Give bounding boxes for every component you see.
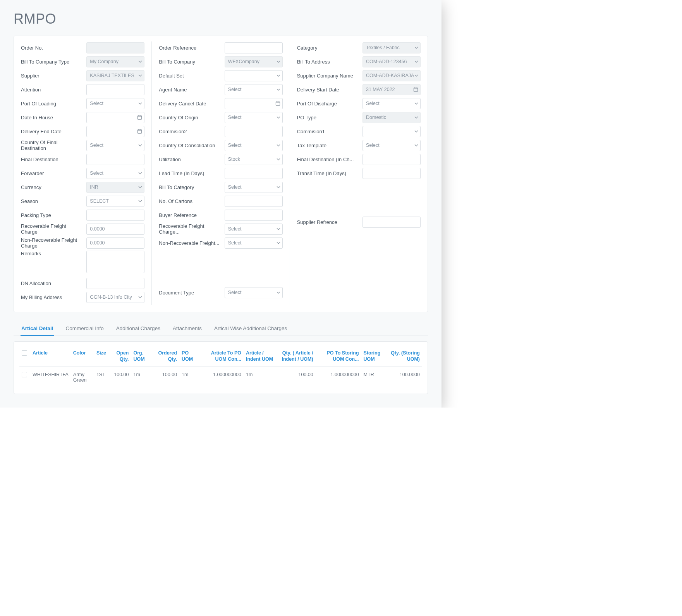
- commision1-select[interactable]: [362, 126, 421, 137]
- col-article_indent_uom[interactable]: Article / Indent UOM: [244, 347, 276, 367]
- field-label-port_of_discharge: Port Of Discharge: [297, 101, 362, 107]
- recov_freight_2-select[interactable]: Select: [225, 224, 283, 235]
- recov_freight-text-input[interactable]: 0.0000: [86, 224, 144, 235]
- tab-artical_detail[interactable]: Artical Detail: [21, 322, 54, 336]
- lead_time-text-input[interactable]: [225, 168, 283, 179]
- cell-storing_uom: MTR: [361, 367, 388, 389]
- final_dest_ch-text-input[interactable]: [362, 154, 421, 165]
- field-label-recov_freight_2: Recoverable Freight Charge...: [159, 223, 224, 235]
- country_final_dest-select[interactable]: Select: [86, 140, 144, 151]
- cell-qty_article_uom: 100.00: [276, 367, 316, 389]
- svg-rect-0: [138, 116, 142, 119]
- svg-rect-12: [414, 88, 417, 91]
- transit_time-text-input[interactable]: [362, 168, 421, 179]
- country_of_origin-select[interactable]: Select: [225, 112, 283, 123]
- field-label-currency: Currency: [21, 184, 86, 190]
- supplier-select: KASIRAJ TEXTILES: [86, 70, 144, 81]
- po_type-select: Domestic: [362, 112, 421, 123]
- bill_to_company_type-select: My Company: [86, 56, 144, 67]
- nonrecov_freight-text-input[interactable]: 0.0000: [86, 237, 144, 249]
- date_in_house-date-input[interactable]: [86, 112, 144, 123]
- col-qty_article_uom[interactable]: Qty. ( Article / Indent / UOM): [276, 347, 316, 367]
- field-label-delivery_end_date: Delivery End Date: [21, 129, 86, 134]
- tab-attachments[interactable]: Attachments: [172, 322, 203, 336]
- field-label-date_in_house: Date In House: [21, 115, 86, 120]
- select-all-checkbox[interactable]: [22, 350, 27, 356]
- bill_to_address-select: COM-ADD-123456: [362, 56, 421, 67]
- port_of_loading-select[interactable]: Select: [86, 98, 144, 109]
- field-label-supplier_refrence: Supplier Refrence: [297, 219, 362, 225]
- field-label-delivery_cancel_date: Delivery Cancel Date: [159, 101, 224, 107]
- supplier_refrence-text-input[interactable]: [362, 217, 421, 228]
- svg-rect-8: [276, 102, 280, 105]
- agent_name-select[interactable]: Select: [225, 84, 283, 95]
- field-label-port_of_loading: Port Of Loading: [21, 101, 86, 107]
- article-table: ArticleColorSizeOpen Qty.Org. UOMOrdered…: [19, 347, 422, 388]
- default_set-select[interactable]: [225, 70, 283, 81]
- field-label-forwarder: Forwarder: [21, 170, 86, 176]
- field-label-commision2: Commision2: [159, 129, 224, 134]
- col-article[interactable]: Article: [30, 347, 71, 367]
- bill_to_company-select: WFXCompany: [225, 56, 283, 67]
- field-label-supplier: Supplier: [21, 73, 86, 79]
- field-label-attention: Attention: [21, 87, 86, 93]
- packing_type-text-input[interactable]: [86, 210, 144, 221]
- supplier_company_name-select: COM-ADD-KASIRAJA: [362, 70, 421, 81]
- col-po_uom[interactable]: PO UOM: [179, 347, 199, 367]
- document_type-select[interactable]: Select: [225, 287, 283, 298]
- tax_template-select[interactable]: Select: [362, 140, 421, 151]
- buyer_reference-text-input[interactable]: [225, 210, 283, 221]
- utilization-select[interactable]: Stock: [225, 154, 283, 165]
- order_reference-text-input[interactable]: [225, 42, 283, 53]
- page-title: RMPO: [14, 11, 428, 27]
- cell-open_qty: 100.00: [108, 367, 131, 389]
- currency-select: INR: [86, 182, 144, 193]
- field-label-po_type: PO Type: [297, 115, 362, 120]
- field-label-packing_type: Packing Type: [21, 212, 86, 218]
- field-label-document_type: Document Type: [159, 290, 224, 296]
- col-po_to_storing[interactable]: PO To Storing UOM Con...: [316, 347, 361, 367]
- tab-additional_charges[interactable]: Additional Charges: [115, 322, 161, 336]
- col-storing_uom[interactable]: Storing UOM: [361, 347, 388, 367]
- cell-color: Army Green: [71, 367, 94, 389]
- col-ordered_qty[interactable]: Ordered Qty.: [152, 347, 180, 367]
- field-label-default_set: Default Set: [159, 73, 224, 79]
- forwarder-select[interactable]: Select: [86, 168, 144, 179]
- field-label-commision1: Commision1: [297, 129, 362, 134]
- commision2-text-input[interactable]: [225, 126, 283, 137]
- field-label-no_of_cartons: No. Of Cartons: [159, 198, 224, 204]
- final_destination-text-input[interactable]: [86, 154, 144, 165]
- cell-qty_storing: 100.0000: [388, 367, 422, 389]
- col-color[interactable]: Color: [71, 347, 94, 367]
- country_consolidation-select[interactable]: Select: [225, 140, 283, 151]
- no_of_cartons-text-input[interactable]: [225, 196, 283, 207]
- field-label-country_consolidation: Country Of Consolidation: [159, 143, 224, 148]
- field-label-agent_name: Agent Name: [159, 87, 224, 93]
- col-article_to_po[interactable]: Article To PO UOM Con...: [199, 347, 244, 367]
- calendar-icon: [137, 115, 142, 120]
- delivery_cancel_date-date-input[interactable]: [225, 98, 283, 109]
- field-label-bill_to_address: Bill To Address: [297, 59, 362, 65]
- remarks-textarea[interactable]: [86, 251, 144, 273]
- field-label-final_dest_ch: Final Destination (In Ch...: [297, 157, 362, 162]
- my_billing_address-select[interactable]: GGN-B-13 Info City: [86, 292, 144, 303]
- field-label-my_billing_address: My Billing Address: [21, 294, 86, 300]
- field-label-delivery_start_date: Delivery Start Date: [297, 87, 362, 93]
- dn_allocation-text-input[interactable]: [86, 278, 144, 289]
- tab-artical_wise[interactable]: Artical Wise Additional Charges: [213, 322, 288, 336]
- cell-ordered_qty: 100.00: [152, 367, 180, 389]
- port_of_discharge-select[interactable]: Select: [362, 98, 421, 109]
- season-select[interactable]: SELECT: [86, 196, 144, 207]
- col-qty_storing[interactable]: Qty. (Storing UOM): [388, 347, 422, 367]
- attention-text-input[interactable]: [86, 84, 144, 95]
- col-org_uom[interactable]: Org. UOM: [131, 347, 151, 367]
- order_no-text-input: [86, 42, 144, 53]
- nonrecov_freight_2-select[interactable]: Select: [225, 237, 283, 249]
- row-checkbox[interactable]: [22, 372, 27, 377]
- field-label-final_destination: Final Destination: [21, 157, 86, 162]
- delivery_end_date-date-input[interactable]: [86, 126, 144, 137]
- col-size[interactable]: Size: [94, 347, 108, 367]
- tab-commercial_info[interactable]: Commercial Info: [65, 322, 105, 336]
- bill_to_category-select[interactable]: Select: [225, 182, 283, 193]
- col-open_qty[interactable]: Open Qty.: [108, 347, 131, 367]
